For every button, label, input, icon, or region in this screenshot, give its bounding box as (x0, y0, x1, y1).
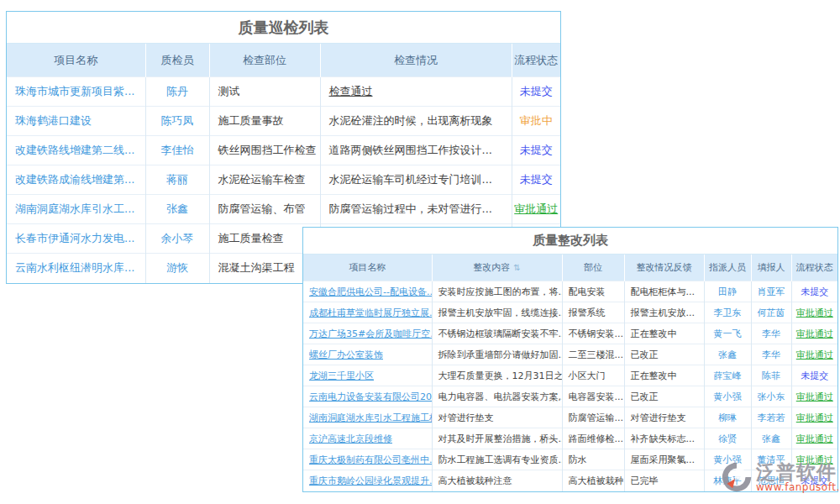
project-link[interactable]: 珠海鹤港口建设 (7, 107, 145, 136)
project-link[interactable]: 龙湖三千里小区 (303, 365, 432, 386)
situation-cell: 防腐管运输过程中，未对管进行... (320, 195, 512, 224)
column-header-assignee: 指派人员 (704, 255, 751, 281)
feedback-cell: 正在整改中 (624, 365, 704, 386)
person-name: 黄小强 (704, 386, 751, 407)
rectification-table: 项目名称整改内容⇅部位整改情况反馈指派人员填报人流程状态 安徽合肥供电公司--配… (303, 255, 837, 491)
person-name: 何芷茵 (751, 302, 791, 323)
project-link[interactable]: 改建铁路线增建第二线... (7, 136, 145, 165)
column-header-inspector: 质检员 (145, 44, 209, 77)
table-row: 珠海鹤港口建设陈巧凤施工质量事故水泥砼灌注的时候，出现离析现象审批中 (7, 107, 560, 136)
part-cell: 防腐管运输... (562, 407, 624, 428)
content-cell: 电力电容器、电抗器安装方案,... (432, 386, 562, 407)
table-row: 重庆太极制药有限公司亳州中...防水工程施工选调有专业资质...防水屋面采用聚氯… (303, 449, 837, 470)
column-header-label: 流程状态 (796, 262, 833, 273)
project-link[interactable]: 重庆太极制药有限公司亳州中... (303, 449, 432, 470)
column-header-label: 填报人 (758, 262, 785, 273)
project-link[interactable]: 成都杜甫草堂临时展厅独立展... (303, 302, 432, 323)
project-link[interactable]: 湖南洞庭湖水库引水工程施工标 (303, 407, 432, 428)
project-link[interactable]: 京沪高速北京段维修 (303, 428, 432, 449)
status-text[interactable]: 审批中 (512, 107, 560, 136)
table-row: 改建铁路线增建第二线...李佳怡铁丝网围挡工作检查道路两侧铁丝网围挡工作按设计.… (7, 136, 560, 165)
part-cell: 不锈钢安装... (562, 323, 624, 344)
table-row: 万达广场35#会所及咖啡厅空...不锈钢边框玻璃隔断安装不牢...不锈钢安装..… (303, 323, 837, 344)
part-cell: 防腐管运输、布管 (209, 195, 320, 224)
person-name: 董清平 (751, 449, 791, 470)
project-link[interactable]: 螺丝厂办公室装饰 (303, 344, 432, 365)
person-name: 田静 (704, 281, 751, 302)
project-link[interactable]: 长春市伊通河水力发电... (7, 224, 145, 254)
project-link[interactable]: 湖南洞庭湖水库引水工... (7, 195, 145, 224)
project-link[interactable]: 改建铁路成渝线增建第... (7, 165, 145, 195)
inspection-header-row: 项目名称质检员检查部位检查情况流程状态 (7, 44, 560, 77)
project-link[interactable]: 云南电力设备安装有限公司20... (303, 386, 432, 407)
sort-icon[interactable]: ⇅ (513, 263, 520, 272)
status-text[interactable]: 未提交 (791, 470, 837, 491)
column-header-status: 流程状态 (512, 44, 560, 77)
person-name: 李卫东 (704, 302, 751, 323)
situation-cell: 水泥砼灌注的时候，出现离析现象 (320, 107, 512, 136)
person-name: 张小东 (751, 386, 791, 407)
column-header-part: 检查部位 (209, 44, 320, 77)
column-header-label: 部位 (584, 262, 602, 273)
person-name: 陈巧凤 (145, 107, 209, 136)
status-text[interactable]: 未提交 (512, 77, 560, 107)
feedback-cell: 正在整改中 (624, 323, 704, 344)
project-link[interactable]: 重庆市鹅岭公园绿化景观提升... (303, 470, 432, 491)
part-cell: 报警系统 (562, 302, 624, 323)
feedback-cell: 报警主机安放... (624, 302, 704, 323)
part-cell: 高大植被栽种 (562, 470, 624, 491)
column-header-content: 整改内容⇅ (432, 255, 562, 281)
status-text[interactable]: 审批通过 (791, 323, 837, 344)
part-cell: 电容器安装... (562, 386, 624, 407)
content-cell: 不锈钢边框玻璃隔断安装不牢... (432, 323, 562, 344)
column-header-status: 流程状态 (791, 255, 837, 281)
inspection-table-title: 质量巡检列表 (7, 12, 560, 44)
part-cell: 配电安装 (562, 281, 624, 302)
person-name: 范思恒 (751, 470, 791, 491)
rectification-table-title: 质量整改列表 (303, 228, 837, 255)
status-text[interactable]: 审批通过 (791, 386, 837, 407)
table-row: 龙湖三千里小区大理石质量更换，12月31日之...小区大门正在整改中薛宝峰陈菲未… (303, 365, 837, 386)
status-text[interactable]: 未提交 (512, 165, 560, 195)
person-name: 蒋丽 (145, 165, 209, 195)
person-name: 陈丹 (145, 77, 209, 107)
feedback-cell: 对管进行垫支 (624, 407, 704, 428)
person-name: 张鑫 (145, 195, 209, 224)
status-text[interactable]: 审批通过 (791, 344, 837, 365)
content-cell: 对其及时开展整治措施，桥头... (432, 428, 562, 449)
table-row: 湖南洞庭湖水库引水工程施工标对管进行垫支防腐管运输...对管进行垫支柳琳李若若审… (303, 407, 837, 428)
status-text[interactable]: 未提交 (791, 365, 837, 386)
status-text[interactable]: 审批通过 (791, 302, 837, 323)
rectification-header-row: 项目名称整改内容⇅部位整改情况反馈指派人员填报人流程状态 (303, 255, 837, 281)
feedback-cell: 已改正 (624, 386, 704, 407)
project-link[interactable]: 云南水利枢纽潜明水库... (7, 254, 145, 283)
person-name: 李华 (751, 323, 791, 344)
person-name: 柳琳 (704, 407, 751, 428)
person-name: 李华 (751, 344, 791, 365)
column-header-project: 项目名称 (7, 44, 145, 77)
status-text[interactable]: 审批通过 (791, 428, 837, 449)
rectification-table-card: 质量整改列表 项目名称整改内容⇅部位整改情况反馈指派人员填报人流程状态 安徽合肥… (302, 227, 838, 492)
column-header-part: 部位 (562, 255, 624, 281)
column-header-label: 项目名称 (54, 54, 97, 66)
project-link[interactable]: 珠海市城市更新项目紫... (7, 77, 145, 107)
situation-cell: 水泥砼运输车司机经过专门培训... (320, 165, 512, 195)
status-text[interactable]: 审批通过 (791, 449, 837, 470)
part-cell: 测试 (209, 77, 320, 107)
person-name: 余小琴 (145, 224, 209, 254)
status-text[interactable]: 审批通过 (791, 407, 837, 428)
project-link[interactable]: 万达广场35#会所及咖啡厅空... (303, 323, 432, 344)
person-name: 张鑫 (704, 344, 751, 365)
column-header-feedback: 整改情况反馈 (624, 255, 704, 281)
table-row: 安徽合肥供电公司--配电设备...安装时应按施工图的布置，将...配电安装配电柜… (303, 281, 837, 302)
project-link[interactable]: 安徽合肥供电公司--配电设备... (303, 281, 432, 302)
person-name: 徐贤 (704, 428, 751, 449)
status-text[interactable]: 未提交 (791, 281, 837, 302)
status-text[interactable]: 审批通过 (512, 195, 560, 224)
content-cell: 安装时应按施工图的布置，将... (432, 281, 562, 302)
person-name: 黄小强 (704, 449, 751, 470)
status-text[interactable]: 未提交 (512, 136, 560, 165)
column-header-label: 项目名称 (349, 262, 386, 273)
table-row: 云南电力设备安装有限公司20...电力电容器、电抗器安装方案,...电容器安装.… (303, 386, 837, 407)
person-name: 陈菲 (751, 365, 791, 386)
